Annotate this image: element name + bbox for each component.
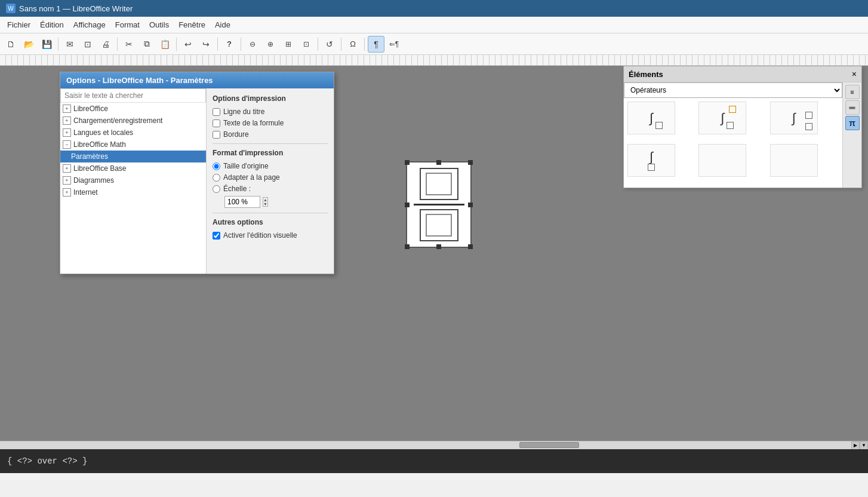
bordure-checkbox[interactable] <box>213 131 220 139</box>
print-preview-button[interactable]: ⊡ <box>79 36 96 53</box>
echelle-label[interactable]: Échelle : <box>223 185 251 193</box>
handle-tl[interactable] <box>405 160 410 165</box>
taille-origine-radio[interactable] <box>213 162 220 170</box>
toolbar-sep-2 <box>117 38 118 51</box>
texte-formule-checkbox[interactable] <box>213 119 220 127</box>
tree-item-base[interactable]: + LibreOffice Base <box>60 162 206 174</box>
zoom-in-button[interactable]: ⊕ <box>262 36 279 53</box>
bordure-label[interactable]: Bordure <box>223 130 249 139</box>
tree-panel: + LibreOffice + Chargement/enregistremen… <box>60 88 207 274</box>
menu-outils[interactable]: Outils <box>144 18 174 32</box>
elements-dropdown[interactable]: Opérateurs Relations Ensembles Fonctions… <box>624 82 842 98</box>
handle-bl[interactable] <box>405 244 410 249</box>
h-scrollbar-thumb[interactable] <box>519 442 579 448</box>
scale-input[interactable]: 100 % <box>224 196 260 208</box>
elements-cell-4[interactable]: ∫ <box>627 144 675 177</box>
tree-item-langues[interactable]: + Langues et locales <box>60 127 206 139</box>
ligne-titre-checkbox[interactable] <box>213 108 220 116</box>
toolbar-sep-7 <box>341 38 341 51</box>
tree-item-internet[interactable]: + Internet <box>60 186 206 198</box>
main-area: Options - LibreOffice Math - Paramètres … <box>0 66 868 473</box>
sidebar-menu-btn[interactable]: ≡ <box>845 85 860 99</box>
cut-button[interactable]: ✂ <box>121 36 137 53</box>
tree-item-libreoffice[interactable]: + LibreOffice <box>60 103 206 115</box>
menu-aide[interactable]: Aide <box>210 18 235 32</box>
options-dialog: Options - LibreOffice Math - Paramètres … <box>60 72 334 274</box>
tree-label: LibreOffice Base <box>73 164 127 173</box>
tree-expander[interactable]: + <box>63 188 71 197</box>
tree-item-math[interactable]: − LibreOffice Math <box>60 139 206 151</box>
help-button[interactable]: ? <box>221 36 238 53</box>
tree-expander[interactable]: − <box>63 140 71 149</box>
menu-edition[interactable]: Édition <box>35 18 69 32</box>
tree-expander[interactable]: + <box>63 116 71 125</box>
redo-button[interactable]: ↪ <box>198 36 214 53</box>
elements-cell-6[interactable] <box>770 144 818 177</box>
menu-fichier[interactable]: Fichier <box>2 18 35 32</box>
menu-fenetre[interactable]: Fenêtre <box>174 18 210 32</box>
save-button[interactable]: 💾 <box>38 36 55 53</box>
elements-cell-5[interactable] <box>698 144 746 177</box>
math-divider <box>414 204 464 205</box>
h-scrollbar-right[interactable]: ▼ <box>860 441 868 450</box>
echelle-radio[interactable] <box>213 185 220 193</box>
tree-expander[interactable]: + <box>63 176 71 185</box>
handle-mr[interactable] <box>468 203 473 207</box>
tree-expander[interactable]: + <box>63 128 71 137</box>
tree-expander[interactable]: + <box>63 105 71 113</box>
dialog-body: + LibreOffice + Chargement/enregistremen… <box>60 88 334 274</box>
toolbar-sep-5 <box>241 38 241 51</box>
adapter-page-radio[interactable] <box>213 174 220 182</box>
radio-echelle: Échelle : <box>213 185 328 193</box>
new-button[interactable]: 🗋 <box>2 36 19 53</box>
handle-tr[interactable] <box>468 160 473 165</box>
open-button[interactable]: 📂 <box>20 36 37 53</box>
toolbar-sep-3 <box>176 38 177 51</box>
elements-cell-2[interactable]: ∫ <box>698 102 746 134</box>
edition-visuelle-checkbox[interactable] <box>213 232 220 240</box>
ligne-titre-label[interactable]: Ligne du titre <box>223 108 264 116</box>
undo-button[interactable]: ↩ <box>180 36 196 53</box>
rtl-button[interactable]: ⇐¶ <box>386 36 402 53</box>
scale-up-button[interactable]: ▲ <box>263 198 267 202</box>
handle-tm[interactable] <box>436 160 441 165</box>
small-box-2 <box>727 122 734 129</box>
elements-close-button[interactable]: × <box>852 69 857 79</box>
scale-down-button[interactable]: ▼ <box>263 202 267 206</box>
texte-formule-label[interactable]: Texte de la formule <box>223 119 284 127</box>
sidebar-equals-btn[interactable]: ═ <box>845 100 860 115</box>
scale-spinner[interactable]: ▲ ▼ <box>263 197 268 207</box>
menu-format[interactable]: Format <box>110 18 144 32</box>
handle-ml[interactable] <box>405 203 410 207</box>
handle-bm[interactable] <box>436 244 441 249</box>
tree-item-diagrammes[interactable]: + Diagrammes <box>60 174 206 186</box>
tree-expander[interactable]: + <box>63 164 71 173</box>
tree-item-chargement[interactable]: + Chargement/enregistrement <box>60 115 206 127</box>
edition-visuelle-label[interactable]: Activer l'édition visuelle <box>223 231 297 240</box>
taille-origine-label[interactable]: Taille d'origine <box>223 162 269 170</box>
search-input[interactable] <box>60 88 206 103</box>
insert-symbol-button[interactable]: Ω <box>344 36 361 53</box>
formula-bar: { <?> over <?> } <box>0 449 868 473</box>
elements-cell-1[interactable]: ∫ <box>627 102 675 134</box>
elements-cell-3[interactable]: ∫ <box>770 102 818 134</box>
zoom-fit-button[interactable]: ⊞ <box>280 36 297 53</box>
ruler-scale <box>0 55 868 65</box>
h-scrollbar-left[interactable]: ▶ <box>851 441 860 450</box>
email-button[interactable]: ✉ <box>61 36 78 53</box>
handle-br[interactable] <box>468 244 473 249</box>
adapter-page-label[interactable]: Adapter à la page <box>223 173 280 182</box>
paste-button[interactable]: 📋 <box>156 36 173 53</box>
zoom-out-button[interactable]: ⊖ <box>244 36 261 53</box>
document-area[interactable]: Options - LibreOffice Math - Paramètres … <box>0 66 868 473</box>
dialog-title-text: Options - LibreOffice Math - Paramètres <box>66 76 213 85</box>
scale-row: 100 % ▲ ▼ <box>224 196 328 208</box>
zoom-page-button[interactable]: ⊡ <box>298 36 315 53</box>
tree-item-parametres[interactable]: Paramètres <box>60 151 206 162</box>
copy-button[interactable]: ⧉ <box>138 36 155 53</box>
print-button[interactable]: 🖨 <box>97 36 114 53</box>
refresh-button[interactable]: ↺ <box>321 36 338 53</box>
show-formatting-button[interactable]: ¶ <box>368 36 384 53</box>
menu-affichage[interactable]: Affichage <box>69 18 110 32</box>
sidebar-pi-btn[interactable]: π <box>845 116 860 130</box>
